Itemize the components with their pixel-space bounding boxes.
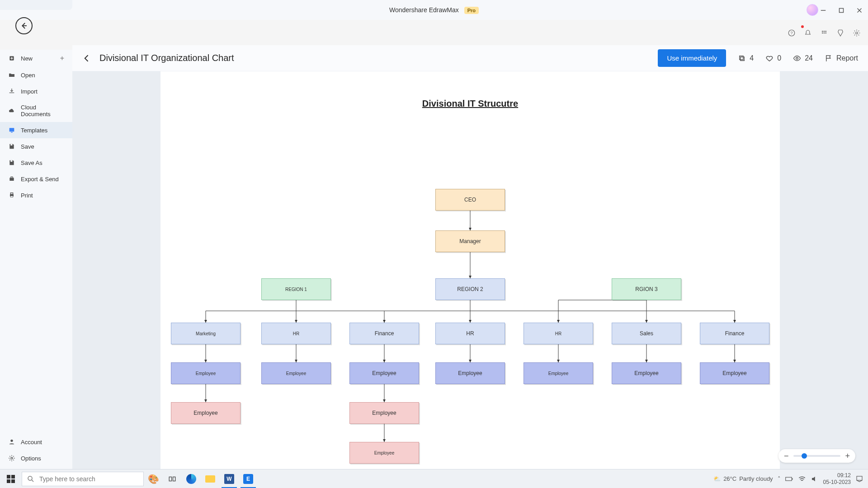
node-emp[interactable]: Employee	[524, 362, 593, 384]
sidebar-item-save[interactable]: Save	[0, 138, 72, 155]
tray-date: 05-10-2023	[823, 479, 851, 485]
pro-badge: Pro	[464, 7, 479, 14]
taskbar-search[interactable]: Type here to search	[22, 472, 144, 486]
svg-rect-56	[857, 476, 862, 480]
node-ceo[interactable]: CEO	[435, 189, 505, 211]
tray-wifi-icon[interactable]	[798, 475, 806, 483]
back-chevron-button[interactable]	[82, 54, 91, 63]
likes-stat[interactable]: 0	[765, 54, 781, 62]
node-marketing[interactable]: Marketing	[171, 323, 241, 344]
heart-icon	[765, 54, 774, 62]
sidebar-item-saveas[interactable]: Save As	[0, 155, 72, 171]
eye-icon	[793, 54, 801, 62]
diagram-title: Divisional IT Strucutre	[422, 99, 518, 109]
bell-icon[interactable]	[804, 29, 812, 37]
copies-stat[interactable]: 4	[738, 54, 754, 62]
node-hr-3[interactable]: HR	[524, 323, 593, 344]
weather-widget[interactable]: ⛅ 26°C Partly cloudy	[713, 475, 773, 482]
node-hr-2[interactable]: HR	[435, 323, 505, 344]
svg-rect-21	[9, 178, 14, 181]
node-emp-pink[interactable]: Employee	[349, 402, 419, 424]
sidebar: New + Open Import Cloud Documents Templa…	[0, 50, 72, 471]
account-icon	[8, 438, 15, 446]
svg-point-29	[796, 57, 798, 59]
taskbar-explorer-icon[interactable]	[201, 469, 220, 488]
tray-time: 09:12	[823, 472, 851, 479]
system-tray: ⛅ 26°C Partly cloudy ˄ 09:12 05-10-2023	[713, 472, 868, 485]
svg-point-8	[825, 31, 826, 32]
sidebar-label: Save As	[21, 160, 42, 166]
svg-text:?: ?	[790, 31, 793, 35]
taskbar-edge-icon[interactable]	[182, 469, 201, 488]
node-hr-1[interactable]: HR	[261, 323, 331, 344]
sidebar-item-open[interactable]: Open	[0, 67, 72, 83]
windows-taskbar: Type here to search 🎨 W E ⛅ 26°C Partly …	[0, 469, 868, 488]
node-emp[interactable]: Employee	[435, 362, 505, 384]
taskbar-news-icon[interactable]: 🎨	[144, 469, 163, 488]
gear-icon	[8, 455, 15, 462]
node-finance-1[interactable]: Finance	[349, 323, 419, 344]
node-emp-pink[interactable]: Employee	[171, 402, 241, 424]
back-circle-button[interactable]	[15, 17, 33, 34]
taskbar-edrawmax-icon[interactable]: E	[239, 469, 258, 488]
plus-icon[interactable]: +	[60, 54, 64, 62]
sidebar-item-import[interactable]: Import	[0, 83, 72, 99]
node-emp[interactable]: Employee	[700, 362, 769, 384]
node-emp-pink[interactable]: Employee	[349, 442, 419, 464]
tray-volume-icon[interactable]	[811, 475, 819, 483]
tray-clock[interactable]: 09:12 05-10-2023	[823, 472, 851, 485]
tray-notifications-icon[interactable]	[855, 475, 863, 483]
taskbar-word-icon[interactable]: W	[220, 469, 239, 488]
minimize-button[interactable]	[817, 5, 829, 16]
svg-rect-17	[9, 128, 14, 131]
apps-icon[interactable]	[820, 29, 828, 37]
svg-rect-27	[741, 57, 744, 61]
taskbar-taskview-icon[interactable]	[163, 469, 182, 488]
node-region2[interactable]: REGION 2	[435, 278, 505, 300]
zoom-in-button[interactable]: +	[845, 451, 850, 461]
report-label: Report	[836, 54, 858, 62]
app-title: Wondershare EdrawMax Pro	[389, 6, 479, 14]
settings-icon[interactable]	[853, 29, 861, 37]
sidebar-item-templates[interactable]: Templates	[0, 122, 72, 138]
use-immediately-button[interactable]: Use immediately	[658, 49, 726, 67]
svg-point-25	[10, 440, 13, 442]
sidebar-item-account[interactable]: Account	[0, 434, 72, 450]
node-emp[interactable]: Employee	[349, 362, 419, 384]
sidebar-item-options[interactable]: Options	[0, 450, 72, 466]
zoom-out-button[interactable]: −	[784, 451, 789, 461]
start-button[interactable]	[0, 469, 22, 488]
views-stat[interactable]: 24	[793, 54, 813, 62]
sidebar-item-new[interactable]: New +	[0, 50, 72, 67]
copies-count: 4	[750, 54, 754, 62]
zoom-control[interactable]: − +	[778, 449, 855, 463]
theme-icon[interactable]	[836, 29, 844, 37]
svg-point-10	[824, 33, 825, 34]
node-finance-2[interactable]: Finance	[700, 323, 769, 344]
sidebar-item-cloud[interactable]: Cloud Documents	[0, 99, 72, 122]
windows-logo-icon	[7, 475, 15, 483]
node-emp[interactable]: Employee	[261, 362, 331, 384]
node-emp[interactable]: Employee	[171, 362, 241, 384]
node-emp[interactable]: Employee	[612, 362, 681, 384]
tray-battery-icon[interactable]	[785, 476, 793, 482]
report-button[interactable]: Report	[825, 54, 858, 62]
sidebar-item-print[interactable]: Print	[0, 187, 72, 203]
node-region3[interactable]: RGION 3	[612, 278, 681, 300]
user-avatar[interactable]	[807, 4, 818, 16]
zoom-knob[interactable]	[802, 453, 807, 459]
sidebar-label: Cloud Documents	[21, 104, 64, 117]
help-icon[interactable]: ?	[788, 29, 796, 37]
svg-rect-54	[785, 477, 792, 481]
close-button[interactable]	[854, 5, 865, 16]
tray-chevron-icon[interactable]: ˄	[778, 475, 781, 482]
zoom-slider[interactable]	[793, 455, 841, 457]
node-manager[interactable]: Manager	[435, 230, 505, 252]
node-region1[interactable]: REGION 1	[261, 278, 331, 300]
canvas-area[interactable]: Divisional IT Strucutre	[72, 71, 868, 471]
top-icon-strip: ?	[788, 29, 861, 37]
sidebar-item-export[interactable]: Export & Send	[0, 171, 72, 187]
node-sales[interactable]: Sales	[612, 323, 681, 344]
svg-rect-19	[10, 144, 12, 145]
maximize-button[interactable]	[835, 5, 847, 16]
